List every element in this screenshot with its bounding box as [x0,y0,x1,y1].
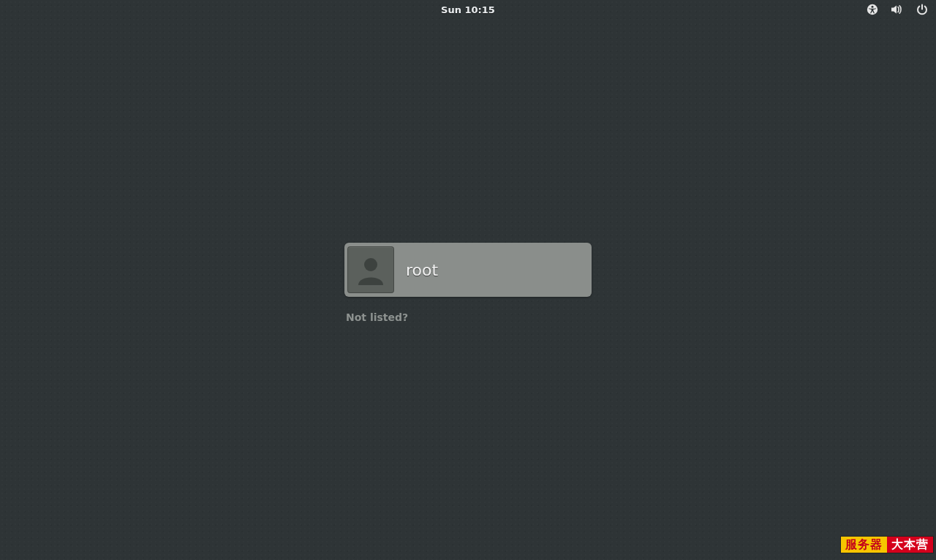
svg-point-2 [364,258,377,271]
watermark: 服务器 大本营 [841,537,933,553]
clock-label: Sun 10:15 [441,4,495,15]
watermark-right: 大本营 [887,537,933,553]
user-name-label: root [406,261,438,279]
user-card-root[interactable]: root [344,243,592,297]
avatar-icon [347,246,394,293]
svg-point-1 [872,6,874,8]
power-icon[interactable] [916,3,929,16]
watermark-left: 服务器 [841,537,887,553]
volume-icon[interactable] [891,3,904,16]
accessibility-icon[interactable] [866,3,879,16]
not-listed-link[interactable]: Not listed? [344,311,408,323]
login-area: root Not listed? [344,243,592,323]
system-tray [866,0,929,19]
top-bar: Sun 10:15 [0,0,936,19]
